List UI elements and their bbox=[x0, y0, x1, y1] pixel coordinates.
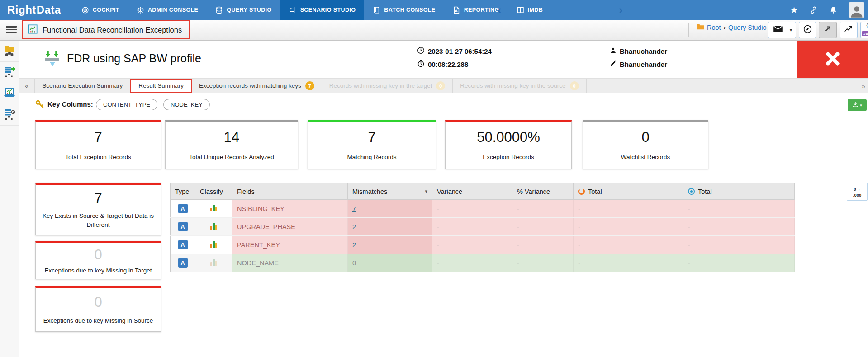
stopwatch-icon bbox=[417, 60, 425, 69]
nav-item-imdb[interactable]: IMDB bbox=[508, 0, 552, 20]
classify-chart-icon[interactable] bbox=[210, 241, 217, 248]
target-total-cell: - bbox=[683, 254, 795, 272]
open-external-button[interactable] bbox=[819, 22, 837, 38]
menu-icon[interactable] bbox=[6, 26, 17, 33]
close-scenario-button[interactable] bbox=[797, 41, 868, 78]
report-doc-icon bbox=[453, 6, 460, 14]
execution-datetime: 2023-01-27 06:54:24 bbox=[428, 47, 492, 55]
sidebar-item-folder-tree[interactable] bbox=[0, 41, 19, 62]
nav-scroll-right-icon[interactable]: › bbox=[619, 0, 623, 20]
card-value: 7 bbox=[94, 129, 102, 146]
notifications-bell-icon[interactable] bbox=[829, 6, 838, 14]
sidebar-item-monitor[interactable] bbox=[0, 83, 19, 104]
nav-label: REPORTING bbox=[464, 7, 499, 13]
nav-scroll-left-icon[interactable]: ‹ bbox=[498, 0, 502, 20]
table-row[interactable]: A PARENT_KEY 2 - - - - bbox=[171, 236, 795, 254]
tab-count-badge: 7 bbox=[305, 81, 314, 90]
col-header-target-total[interactable]: Total bbox=[683, 183, 795, 200]
classify-chart-icon[interactable] bbox=[210, 205, 217, 211]
target-total-cell: - bbox=[683, 200, 795, 218]
collapse-tabs-icon[interactable]: « bbox=[19, 79, 34, 93]
mismatches-cell: 2 bbox=[348, 218, 432, 236]
tab-exception-records-matching-keys[interactable]: Exception records with matching keys 7 bbox=[192, 79, 322, 93]
explore-button[interactable] bbox=[799, 22, 816, 38]
card-missing-in-source[interactable]: 0 Exceptions due to key Missing in Sourc… bbox=[35, 286, 161, 332]
email-dropdown-caret-icon[interactable]: ▾ bbox=[787, 22, 795, 38]
sidebar-item-add-dataset[interactable] bbox=[0, 62, 19, 83]
classify-cell bbox=[195, 200, 232, 218]
sidebar-item-dataset-settings[interactable] bbox=[0, 104, 19, 126]
col-header-type[interactable]: Type bbox=[171, 183, 195, 200]
col-header-mismatches[interactable]: Mismatches▾ bbox=[348, 183, 432, 200]
tab-missing-key-source[interactable]: Records with missing key in the source 0 bbox=[453, 79, 586, 93]
reconciliation-report-icon bbox=[28, 24, 38, 36]
nav-item-admin-console[interactable]: ADMIN CONSOLE bbox=[128, 0, 207, 20]
tab-result-summary[interactable]: Result Summary bbox=[130, 79, 192, 93]
sort-desc-icon[interactable]: ▾ bbox=[425, 188, 427, 194]
table-row[interactable]: A NODE_NAME 0 - - - - bbox=[171, 254, 795, 272]
modified-by: Bhanuchander bbox=[620, 61, 667, 68]
folder-tree-icon bbox=[4, 44, 15, 58]
email-report-button[interactable]: ▾ bbox=[768, 22, 796, 38]
scenario-icon bbox=[289, 6, 297, 14]
tab-label: Records with missing key in the source bbox=[460, 82, 565, 89]
card-value: 0 bbox=[94, 294, 102, 310]
target-total-cell: - bbox=[683, 218, 795, 236]
breadcrumb-root-link[interactable]: Root bbox=[707, 24, 721, 31]
clock-icon bbox=[417, 47, 425, 56]
nav-item-batch-console[interactable]: BATCH CONSOLE bbox=[364, 0, 444, 20]
classify-chart-icon[interactable] bbox=[210, 259, 217, 266]
card-total-exception-records: 7 Total Exception Records bbox=[35, 120, 161, 169]
col-header-variance[interactable]: Variance bbox=[432, 183, 512, 200]
nav-item-scenario-studio[interactable]: SCENARIO STUDIO bbox=[280, 0, 365, 20]
logo-text-2: Data bbox=[37, 4, 61, 16]
user-avatar[interactable] bbox=[849, 2, 864, 18]
mismatch-count: 0 bbox=[352, 259, 356, 267]
source-total-cell: - bbox=[574, 218, 683, 236]
card-key-exists-data-different[interactable]: 7 Key Exists in Source & Target but Data… bbox=[35, 183, 161, 235]
table-row[interactable]: A NSIBLING_KEY 7 - - - - bbox=[171, 200, 795, 218]
tab-scenario-execution-summary[interactable]: Scenario Execution Summary bbox=[34, 79, 130, 93]
col-header-classify[interactable]: Classify bbox=[195, 183, 232, 200]
col-header-pct-variance[interactable]: % Variance bbox=[512, 183, 574, 200]
rightdata-logo[interactable]: RightData bbox=[0, 0, 73, 20]
nav-right-actions: ★ bbox=[790, 0, 864, 20]
key-column-pills: CONTENT_TYPE NODE_KEY bbox=[96, 99, 210, 110]
download-button[interactable]: ▾ bbox=[848, 99, 867, 111]
card-watchlist-records: 0 Watchlist Records bbox=[583, 120, 708, 169]
key-columns-row: Key Columns: CONTENT_TYPE NODE_KEY ▾ bbox=[19, 93, 868, 116]
breadcrumb-current-link[interactable]: Query Studio bbox=[728, 24, 767, 31]
nav-label: ADMIN CONSOLE bbox=[148, 7, 198, 13]
col-header-fields[interactable]: Fields bbox=[232, 183, 348, 200]
left-sidebar bbox=[0, 41, 19, 357]
profile-funnel-icon bbox=[43, 50, 62, 70]
card-total-unique-records: 14 Total Unique Records Analyzed bbox=[165, 120, 298, 169]
download-caret-icon: ▾ bbox=[860, 103, 862, 108]
card-label: Watchlist Records bbox=[615, 153, 676, 162]
mismatch-count-link[interactable]: 2 bbox=[352, 241, 356, 249]
nav-item-query-studio[interactable]: QUERY STUDIO bbox=[207, 0, 280, 20]
mismatches-cell: 2 bbox=[348, 236, 432, 254]
col-header-source-total[interactable]: Total bbox=[574, 183, 683, 200]
card-missing-in-target[interactable]: 0 Exceptions due to key Missing in Targe… bbox=[35, 241, 161, 279]
classify-chart-icon[interactable] bbox=[210, 223, 217, 230]
pct-variance-cell: - bbox=[512, 236, 574, 254]
tab-label: Scenario Execution Summary bbox=[42, 82, 123, 89]
table-row[interactable]: A UPGRADE_PHASE 2 - - - - bbox=[171, 218, 795, 236]
source-total-cell: - bbox=[574, 200, 683, 218]
tab-missing-key-target[interactable]: Records with missing key in the target 0 bbox=[322, 79, 453, 93]
source-system-icon bbox=[578, 188, 585, 195]
envelope-icon bbox=[769, 25, 787, 34]
nav-label: BATCH CONSOLE bbox=[384, 7, 435, 13]
mismatch-count-link[interactable]: 7 bbox=[352, 205, 356, 212]
favorite-star-icon[interactable]: ★ bbox=[790, 5, 798, 15]
trend-chart-button[interactable] bbox=[840, 22, 858, 38]
json-export-button[interactable]: {;} JSON bbox=[860, 22, 868, 38]
field-name-cell: PARENT_KEY bbox=[232, 236, 348, 254]
decimal-format-button[interactable]: 0→ .000 bbox=[847, 183, 868, 201]
mismatch-count-link[interactable]: 2 bbox=[352, 223, 356, 230]
more-tabs-icon[interactable]: » bbox=[862, 79, 865, 93]
link-icon[interactable] bbox=[809, 6, 818, 14]
nav-item-cockpit[interactable]: COCKPIT bbox=[73, 0, 128, 20]
created-by: Bhanuchander bbox=[620, 47, 667, 55]
